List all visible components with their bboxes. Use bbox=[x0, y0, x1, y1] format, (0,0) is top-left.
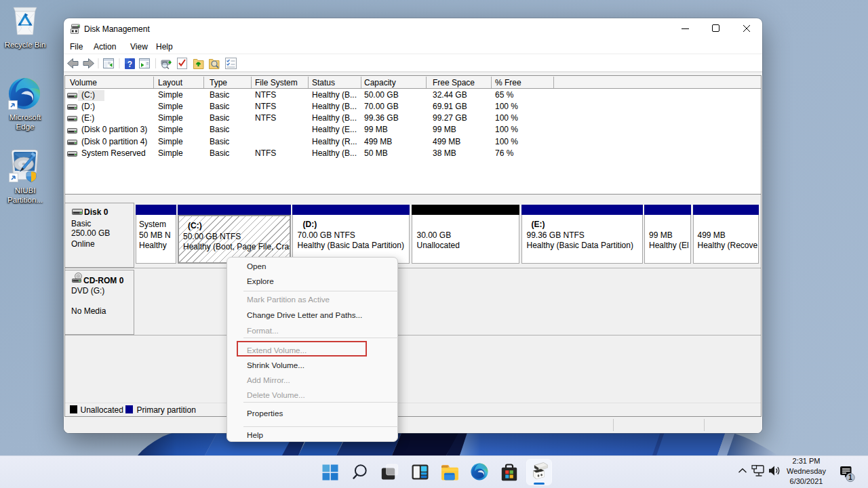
svg-text:?: ? bbox=[127, 60, 132, 69]
svg-text:1: 1 bbox=[848, 473, 852, 481]
